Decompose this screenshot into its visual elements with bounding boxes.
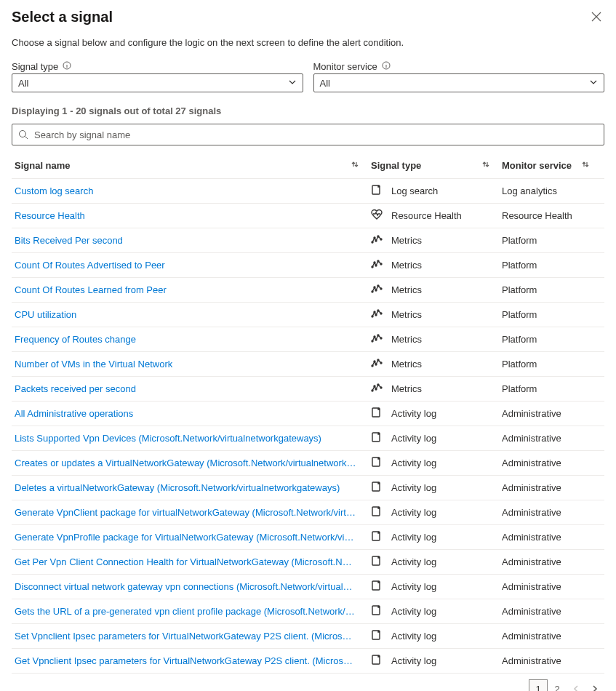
sort-icon <box>481 160 490 171</box>
metric-icon <box>371 233 383 247</box>
signal-type-text: Metrics <box>391 284 422 295</box>
info-icon[interactable] <box>382 61 391 72</box>
log-icon <box>371 184 383 198</box>
result-count: Displaying 1 - 20 signals out of total 2… <box>12 105 604 116</box>
monitor-service-text: Administrative <box>502 556 561 567</box>
signals-table: Signal name Signal type Monitor service … <box>12 156 604 674</box>
signal-type-text: Activity log <box>391 606 436 617</box>
signal-link[interactable]: Get Per Vpn Client Connection Health for… <box>15 556 356 567</box>
monitor-service-value: All <box>320 78 330 89</box>
table-row: Get Per Vpn Client Connection Health for… <box>12 550 604 575</box>
signal-link[interactable]: Gets the URL of a pre-generated vpn clie… <box>15 606 356 617</box>
signal-type-text: Activity log <box>391 631 436 642</box>
table-row: Frequency of Routes change Metrics Platf… <box>12 327 604 352</box>
signal-type-text: Activity log <box>391 556 436 567</box>
signal-type-select[interactable]: All <box>12 73 303 92</box>
page-title: Select a signal <box>12 9 113 25</box>
metric-icon <box>371 382 383 396</box>
signal-type-text: Metrics <box>391 383 422 394</box>
table-row: Packets received per second Metrics Plat… <box>12 377 604 402</box>
page-1[interactable]: 1 <box>529 679 548 691</box>
table-row: Generate VpnClient package for virtualNe… <box>12 500 604 525</box>
signal-type-text: Activity log <box>391 507 436 518</box>
pager: 12 <box>12 679 604 691</box>
search-input[interactable] <box>33 129 598 141</box>
table-row: Creates or updates a VirtualNetworkGatew… <box>12 451 604 476</box>
table-row: Get Vpnclient Ipsec parameters for Virtu… <box>12 649 604 674</box>
table-row: All Administrative operations Activity l… <box>12 402 604 426</box>
signal-link[interactable]: Bits Received Per second <box>15 235 123 246</box>
log-icon <box>371 530 383 544</box>
intro-text: Choose a signal below and configure the … <box>12 37 604 48</box>
search-box[interactable] <box>12 124 604 145</box>
signal-type-text: Activity log <box>391 458 436 468</box>
monitor-service-text: Platform <box>502 359 537 370</box>
metric-icon <box>371 258 383 272</box>
signal-link[interactable]: Lists Supported Vpn Devices (Microsoft.N… <box>15 433 321 444</box>
signal-link[interactable]: Count Of Routes Learned from Peer <box>15 284 167 295</box>
signal-link[interactable]: All Administrative operations <box>15 408 133 419</box>
signal-type-label: Signal type <box>12 61 58 72</box>
monitor-service-text: Administrative <box>502 507 561 518</box>
signal-link[interactable]: Number of VMs in the Virtual Network <box>15 359 172 370</box>
page-2[interactable]: 2 <box>548 679 567 691</box>
monitor-service-text: Administrative <box>502 482 561 493</box>
search-icon <box>18 129 28 140</box>
signal-link[interactable]: Frequency of Routes change <box>15 334 136 345</box>
signal-link[interactable]: Disconnect virtual network gateway vpn c… <box>15 581 356 592</box>
monitor-service-text: Administrative <box>502 532 561 543</box>
monitor-service-text: Platform <box>502 235 537 246</box>
table-row: Lists Supported Vpn Devices (Microsoft.N… <box>12 426 604 451</box>
page-next[interactable] <box>585 679 604 691</box>
signal-link[interactable]: CPU utilization <box>15 309 76 320</box>
signal-link[interactable]: Custom log search <box>15 185 93 196</box>
signal-type-text: Metrics <box>391 334 422 345</box>
metric-icon <box>371 357 383 371</box>
close-button[interactable] <box>588 9 604 27</box>
signal-type-text: Metrics <box>391 359 422 370</box>
table-row: Resource Health Resource Health Resource… <box>12 204 604 228</box>
signal-link[interactable]: Generate VpnProfile package for VirtualN… <box>15 532 356 543</box>
metric-icon <box>371 332 383 346</box>
metric-icon <box>371 308 383 321</box>
signal-link[interactable]: Count Of Routes Advertised to Peer <box>15 260 165 271</box>
signal-link[interactable]: Get Vpnclient Ipsec parameters for Virtu… <box>15 655 356 666</box>
table-row: Deletes a virtualNetworkGateway (Microso… <box>12 476 604 500</box>
monitor-service-text: Administrative <box>502 458 561 468</box>
log-icon <box>371 629 383 643</box>
signal-link[interactable]: Creates or updates a VirtualNetworkGatew… <box>15 458 356 468</box>
chevron-down-icon <box>589 78 598 89</box>
signal-link[interactable]: Packets received per second <box>15 383 136 394</box>
chevron-down-icon <box>288 78 297 89</box>
signal-type-text: Activity log <box>391 482 436 493</box>
monitor-service-text: Platform <box>502 284 537 295</box>
signal-type-value: All <box>18 78 28 89</box>
log-icon <box>371 506 383 519</box>
signal-type-text: Activity log <box>391 433 436 444</box>
monitor-service-text: Administrative <box>502 606 561 617</box>
table-body: Custom log search Log search Log analyti… <box>12 179 604 674</box>
monitor-service-select[interactable]: All <box>313 73 605 92</box>
col-header-type[interactable]: Signal type <box>371 160 502 171</box>
signal-type-text: Activity log <box>391 408 436 419</box>
signal-link[interactable]: Generate VpnClient package for virtualNe… <box>15 507 356 518</box>
table-row: Set Vpnclient Ipsec parameters for Virtu… <box>12 624 604 649</box>
chevron-right-icon <box>591 685 599 691</box>
col-header-name[interactable]: Signal name <box>15 160 371 171</box>
signal-link[interactable]: Deletes a virtualNetworkGateway (Microso… <box>15 482 340 493</box>
log-icon <box>371 555 383 569</box>
metric-icon <box>371 283 383 297</box>
info-icon[interactable] <box>63 61 71 72</box>
close-icon <box>591 12 601 22</box>
monitor-service-text: Resource Health <box>502 210 572 221</box>
monitor-service-text: Platform <box>502 383 537 394</box>
monitor-service-text: Platform <box>502 309 537 320</box>
log-icon <box>371 431 383 445</box>
monitor-service-text: Administrative <box>502 581 561 592</box>
col-header-monitor[interactable]: Monitor service <box>502 160 601 171</box>
sort-icon <box>351 160 359 171</box>
table-row: Generate VpnProfile package for VirtualN… <box>12 525 604 550</box>
signal-link[interactable]: Set Vpnclient Ipsec parameters for Virtu… <box>15 631 356 642</box>
signal-link[interactable]: Resource Health <box>15 210 85 221</box>
table-header: Signal name Signal type Monitor service <box>12 156 604 179</box>
